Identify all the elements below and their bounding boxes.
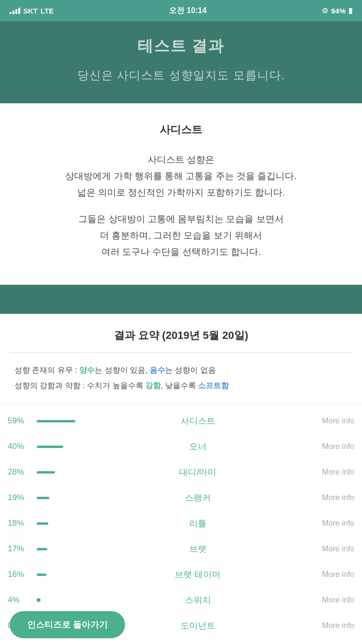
legend-soft: 소프트함 — [198, 381, 229, 390]
result-bar-container — [37, 598, 95, 602]
result-bar — [37, 574, 46, 576]
result-row: 17% 브랫 More info — [0, 536, 362, 562]
carrier-label: SKT — [23, 7, 38, 15]
card-para2: 그들은 상대방이 고통에 몸부림치는 모습을 보면서더 흥분하며, 그러한 모습… — [14, 211, 348, 261]
card-para1: 사디스트 성향은상대방에게 가학 행위를 통해 고통을 주는 것을 즐깁니다.넓… — [14, 152, 348, 201]
result-more-info[interactable]: More info — [301, 493, 354, 502]
bottom-bar: 인스티즈로 돌아가기 — [0, 605, 362, 644]
result-bar — [37, 548, 47, 550]
result-more-info[interactable]: More info — [301, 442, 354, 451]
battery-icon: ▮ — [348, 6, 352, 15]
result-name[interactable]: 대디/마미 — [95, 466, 301, 478]
status-right: ⊙ 94% ▮ — [322, 6, 352, 15]
result-name[interactable]: 오너 — [95, 441, 301, 452]
back-button[interactable]: 인스티즈로 돌아가기 — [10, 611, 125, 638]
result-more-info[interactable]: More info — [301, 570, 354, 579]
result-more-info[interactable]: More info — [301, 545, 354, 553]
result-name[interactable]: 스팽커 — [95, 492, 301, 504]
result-name[interactable]: 스위치 — [95, 594, 301, 606]
summary-divider — [10, 352, 352, 353]
result-name[interactable]: 사디스트 — [95, 415, 301, 427]
summary-legend: 성향 존재의 유무 : 양수는 성향이 있음, 음수는 성향이 없음 성향의 강… — [10, 363, 352, 393]
result-row: 59% 사디스트 More info — [0, 408, 362, 434]
result-row: 18% 리틀 More info — [0, 511, 362, 536]
result-percent: 59% — [8, 416, 37, 426]
legend-negative: 음수 — [150, 366, 165, 374]
result-bar-container — [37, 471, 95, 474]
header-subtitle: 당신은 사디스트 성향일지도 모릅니다. — [14, 67, 348, 84]
header: 테스트 결과 당신은 사디스트 성향일지도 모릅니다. — [0, 21, 362, 103]
divider — [0, 285, 362, 314]
result-name[interactable]: 브랫 — [95, 543, 301, 555]
result-percent: 16% — [8, 570, 37, 579]
result-more-info[interactable]: More info — [301, 468, 354, 476]
result-row: 40% 오너 More info — [0, 434, 362, 460]
card-body: 사디스트 성향은상대방에게 가학 행위를 통해 고통을 주는 것을 즐깁니다.넓… — [14, 152, 348, 260]
result-percent: 17% — [8, 544, 37, 554]
result-dot — [37, 598, 41, 602]
summary-title: 결과 요약 (2019년 5월 20일) — [10, 328, 352, 343]
result-bar-container — [37, 420, 95, 422]
result-bar-container — [37, 548, 95, 550]
result-percent: 4% — [8, 595, 37, 605]
back-button-prefix: 인스티즈 — [27, 620, 62, 630]
result-bar — [37, 522, 48, 525]
time-label: 오전 10:14 — [169, 6, 206, 16]
legend-line1-prefix: 성향 존재의 유무 : — [14, 366, 79, 374]
result-row: 28% 대디/마미 More info — [0, 460, 362, 485]
battery-label: 94% — [331, 7, 346, 15]
network-label: LTE — [41, 7, 54, 15]
result-more-info[interactable]: More info — [301, 417, 354, 425]
result-card: 사디스트 사디스트 성향은상대방에게 가학 행위를 통해 고통을 주는 것을 즐… — [0, 103, 362, 285]
result-bar — [37, 497, 49, 499]
status-left: SKT LTE — [10, 7, 54, 15]
legend-line1: 성향 존재의 유무 : 양수는 성향이 있음, 음수는 성향이 없음 — [14, 363, 348, 378]
summary-section: 결과 요약 (2019년 5월 20일) 성향 존재의 유무 : 양수는 성향이… — [0, 314, 362, 403]
back-button-suffix: 로 돌아가기 — [62, 620, 108, 630]
result-bar-container — [37, 574, 95, 576]
legend-strong: 강함 — [145, 381, 161, 390]
result-more-info[interactable]: More info — [301, 596, 354, 604]
result-bar — [37, 471, 55, 474]
result-bar — [37, 420, 75, 422]
result-bar-container — [37, 522, 95, 525]
result-more-info[interactable]: More info — [301, 519, 354, 528]
result-percent: 19% — [8, 493, 37, 503]
lock-icon: ⊙ — [322, 6, 328, 15]
result-percent: 40% — [8, 442, 37, 451]
result-bar-container — [37, 446, 95, 448]
card-title: 사디스트 — [14, 123, 348, 137]
result-name[interactable]: 브랫 테이머 — [95, 569, 301, 580]
result-percent: 18% — [8, 518, 37, 528]
result-row: 16% 브랫 테이머 More info — [0, 562, 362, 588]
result-bar — [37, 446, 63, 448]
result-name[interactable]: 리틀 — [95, 518, 301, 529]
status-bar: SKT LTE 오전 10:14 ⊙ 94% ▮ — [0, 0, 362, 21]
result-bar-container — [37, 497, 95, 499]
result-row: 19% 스팽커 More info — [0, 485, 362, 511]
legend-line2: 성향의 강함과 약함 : 수치가 높을수록 강함, 낮을수록 소프트함 — [14, 378, 348, 393]
signal-icon — [10, 8, 20, 14]
result-percent: 28% — [8, 467, 37, 477]
page-title: 테스트 결과 — [14, 36, 348, 57]
legend-positive: 양수 — [79, 366, 95, 374]
